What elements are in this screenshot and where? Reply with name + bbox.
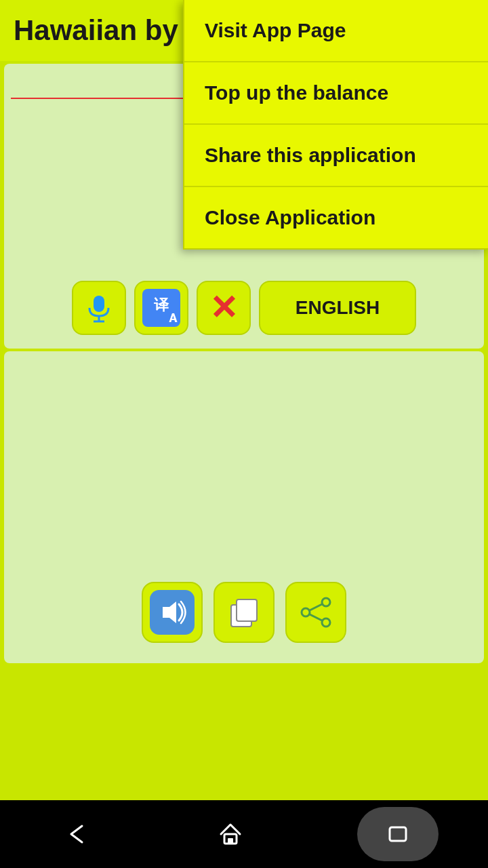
menu-item-close-label: Close Application <box>205 206 375 229</box>
dropdown-overlay[interactable]: Visit App Page Top up the balance Share … <box>0 0 488 868</box>
menu-item-visit-app[interactable]: Visit App Page <box>184 0 488 62</box>
menu-item-visit-label: Visit App Page <box>205 19 346 42</box>
menu-item-share[interactable]: Share this application <box>184 125 488 187</box>
menu-item-top-up[interactable]: Top up the balance <box>184 62 488 125</box>
menu-item-share-label: Share this application <box>205 144 416 167</box>
menu-item-close[interactable]: Close Application <box>184 187 488 248</box>
menu-item-topup-label: Top up the balance <box>205 81 388 104</box>
context-menu: Visit App Page Top up the balance Share … <box>183 0 488 250</box>
